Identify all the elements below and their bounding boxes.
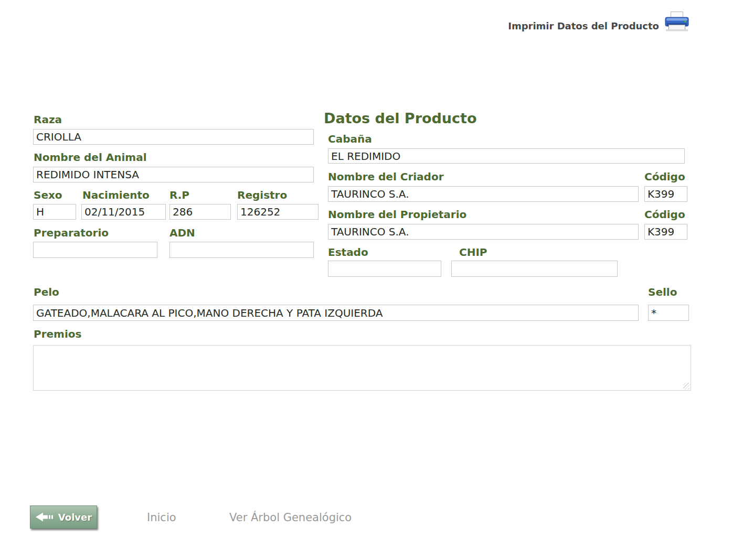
- resize-grip-icon[interactable]: [683, 383, 690, 390]
- nombre-animal-field[interactable]: [33, 167, 314, 182]
- sello-field[interactable]: [648, 305, 689, 321]
- nacimiento-label: Nacimiento: [82, 189, 150, 201]
- pelo-field[interactable]: [33, 305, 639, 321]
- print-product-button[interactable]: Imprimir Datos del Producto: [508, 12, 689, 33]
- preparatorio-field[interactable]: [33, 242, 157, 258]
- rp-field[interactable]: [169, 204, 231, 220]
- product-data-page: Imprimir Datos del Producto Raza Nombre …: [0, 0, 732, 560]
- sello-label: Sello: [648, 286, 677, 298]
- rp-label: R.P: [169, 189, 189, 201]
- premios-field[interactable]: [33, 345, 691, 391]
- criador-codigo-field[interactable]: [644, 186, 687, 202]
- criador-field[interactable]: [328, 186, 639, 202]
- cabana-field[interactable]: [328, 148, 685, 164]
- back-arrow-icon: [35, 512, 54, 522]
- nacimiento-field[interactable]: [81, 204, 166, 220]
- raza-field[interactable]: [33, 129, 314, 145]
- ver-arbol-genealogico-link[interactable]: Ver Árbol Genealógico: [229, 511, 352, 524]
- nombre-animal-label: Nombre del Animal: [34, 151, 147, 164]
- adn-label: ADN: [169, 227, 195, 239]
- volver-label: Volver: [58, 512, 92, 523]
- propietario-codigo-label: Código: [644, 208, 685, 221]
- criador-label: Nombre del Criador: [328, 170, 444, 183]
- pelo-label: Pelo: [34, 286, 59, 298]
- criador-codigo-label: Código: [644, 170, 685, 183]
- estado-field[interactable]: [328, 261, 441, 277]
- cabana-label: Cabaña: [328, 133, 372, 145]
- estado-label: Estado: [328, 246, 368, 259]
- volver-button[interactable]: Volver: [30, 505, 97, 529]
- print-product-label: Imprimir Datos del Producto: [508, 20, 659, 31]
- propietario-field[interactable]: [328, 224, 639, 240]
- propietario-label: Nombre del Propietario: [328, 208, 466, 221]
- chip-field[interactable]: [451, 261, 618, 277]
- sexo-field[interactable]: [33, 204, 76, 220]
- sexo-label: Sexo: [34, 189, 62, 201]
- premios-label: Premios: [34, 328, 81, 340]
- registro-label: Registro: [237, 189, 287, 201]
- preparatorio-label: Preparatorio: [34, 227, 109, 239]
- adn-field[interactable]: [169, 242, 314, 258]
- page-title: Datos del Producto: [324, 111, 477, 126]
- printer-icon[interactable]: [665, 12, 689, 33]
- propietario-codigo-field[interactable]: [644, 224, 687, 240]
- registro-field[interactable]: [237, 204, 319, 220]
- chip-label: CHIP: [459, 246, 487, 259]
- raza-label: Raza: [34, 113, 62, 126]
- inicio-link[interactable]: Inicio: [147, 511, 176, 524]
